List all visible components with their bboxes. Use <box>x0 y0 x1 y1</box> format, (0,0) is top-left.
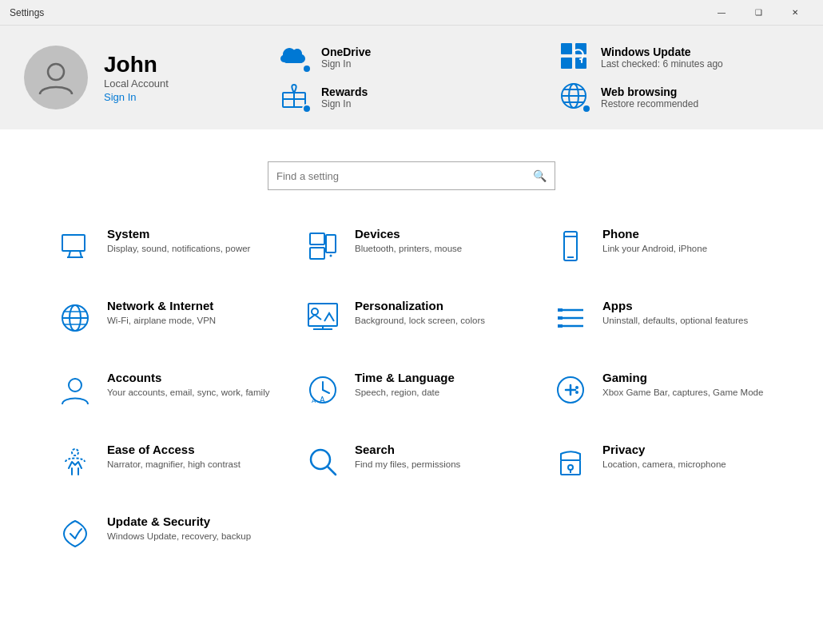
account-type: Local Account <box>104 78 169 89</box>
web-browsing-info: Web browsing Restore recommended <box>601 85 698 109</box>
search-setting-desc: Find my files, permissions <box>355 458 460 471</box>
setting-item-time-language[interactable]: A A Time & Language Speech, region, date <box>296 358 527 422</box>
setting-item-personalization[interactable]: Personalization Background, lock screen,… <box>296 286 527 350</box>
setting-item-phone[interactable]: Phone Link your Android, iPhone <box>543 214 775 278</box>
windows-update-name: Windows Update <box>601 46 723 58</box>
main-content: 🔍 System Display, sound, notifications, … <box>0 129 823 644</box>
windows-update-icon-wrap <box>559 42 591 74</box>
search-input[interactable] <box>276 170 533 182</box>
accounts-text: Accounts Your accounts, email, sync, wor… <box>107 371 269 399</box>
svg-point-44 <box>575 386 578 389</box>
window-controls: — ❑ ✕ <box>703 0 813 26</box>
phone-text: Phone Link your Android, iPhone <box>602 227 707 255</box>
svg-point-37 <box>69 379 82 392</box>
user-name: John <box>104 52 169 78</box>
minimize-button[interactable]: — <box>703 0 740 26</box>
system-text: System Display, sound, notifications, po… <box>107 227 250 255</box>
svg-text:A: A <box>312 397 316 404</box>
rewards-icon-wrap <box>280 81 312 113</box>
network-icon <box>56 299 94 337</box>
header-area: John Local Account Sign In OneDrive Sign… <box>0 26 823 129</box>
svg-line-40 <box>323 390 329 393</box>
svg-rect-11 <box>62 235 85 251</box>
rewards-status-dot <box>302 104 312 113</box>
setting-item-update-security[interactable]: Update & Security Windows Update, recove… <box>48 502 280 566</box>
network-desc: Wi-Fi, airplane mode, VPN <box>107 314 216 327</box>
search-setting-title: Search <box>355 443 460 456</box>
accounts-title: Accounts <box>107 371 269 384</box>
apps-title: Apps <box>602 299 748 312</box>
setting-item-network[interactable]: Network & Internet Wi-Fi, airplane mode,… <box>48 286 280 350</box>
setting-item-system[interactable]: System Display, sound, notifications, po… <box>48 214 280 278</box>
setting-item-accounts[interactable]: Accounts Your accounts, email, sync, wor… <box>48 358 280 422</box>
accounts-icon <box>56 371 94 409</box>
onedrive-info: OneDrive Sign In <box>321 46 371 70</box>
setting-item-gaming[interactable]: Gaming Xbox Game Bar, captures, Game Mod… <box>543 358 775 422</box>
service-web-browsing[interactable]: Web browsing Restore recommended <box>559 81 799 113</box>
rewards-sub: Sign In <box>321 98 368 109</box>
accounts-desc: Your accounts, email, sync, work, family <box>107 386 269 399</box>
service-rewards[interactable]: Rewards Sign In <box>280 81 519 113</box>
onedrive-status-dot <box>302 64 312 74</box>
update-security-desc: Windows Update, recovery, backup <box>107 530 251 543</box>
svg-point-45 <box>575 391 578 394</box>
svg-rect-16 <box>326 235 336 252</box>
service-onedrive[interactable]: OneDrive Sign In <box>280 42 519 74</box>
phone-icon <box>551 227 590 265</box>
update-security-title: Update & Security <box>107 515 251 528</box>
windows-update-sub: Last checked: 6 minutes ago <box>601 58 723 70</box>
maximize-button[interactable]: ❑ <box>740 0 777 26</box>
sign-in-link[interactable]: Sign In <box>104 91 136 103</box>
privacy-text: Privacy Location, camera, microphone <box>602 443 726 471</box>
app-title: Settings <box>10 7 703 18</box>
search-bar-wrap: 🔍 <box>48 161 775 190</box>
web-browsing-name: Web browsing <box>601 85 698 98</box>
gaming-icon <box>551 371 590 409</box>
gaming-title: Gaming <box>602 371 763 384</box>
search-setting-text: Search Find my files, permissions <box>355 443 460 471</box>
rewards-info: Rewards Sign In <box>321 85 368 109</box>
setting-item-devices[interactable]: Devices Bluetooth, printers, mouse <box>296 214 527 278</box>
gaming-text: Gaming Xbox Game Bar, captures, Game Mod… <box>602 371 763 399</box>
devices-text: Devices Bluetooth, printers, mouse <box>355 227 462 255</box>
apps-icon <box>551 299 590 337</box>
personalization-icon <box>304 299 342 337</box>
svg-point-50 <box>568 465 573 470</box>
devices-desc: Bluetooth, printers, mouse <box>355 242 462 255</box>
update-security-icon <box>56 515 94 553</box>
svg-line-48 <box>328 467 336 475</box>
onedrive-sub: Sign In <box>321 58 371 70</box>
system-icon <box>56 227 94 265</box>
apps-text: Apps Uninstall, defaults, optional featu… <box>602 299 748 327</box>
time-language-text: Time & Language Speech, region, date <box>355 371 455 399</box>
svg-rect-2 <box>575 43 586 54</box>
time-language-title: Time & Language <box>355 371 455 384</box>
svg-rect-1 <box>561 43 572 54</box>
web-browsing-sub: Restore recommended <box>601 98 698 109</box>
rewards-name: Rewards <box>321 85 368 98</box>
onedrive-icon-wrap <box>280 42 312 74</box>
setting-item-search[interactable]: Search Find my files, permissions <box>296 430 527 494</box>
service-windows-update[interactable]: Windows Update Last checked: 6 minutes a… <box>559 42 799 74</box>
search-bar[interactable]: 🔍 <box>268 161 555 190</box>
ease-of-access-title: Ease of Access <box>107 443 241 456</box>
time-language-desc: Speech, region, date <box>355 386 455 399</box>
setting-item-apps[interactable]: Apps Uninstall, defaults, optional featu… <box>543 286 775 350</box>
personalization-title: Personalization <box>355 299 485 312</box>
setting-item-ease-of-access[interactable]: Ease of Access Narrator, magnifier, high… <box>48 430 280 494</box>
personalization-text: Personalization Background, lock screen,… <box>355 299 485 327</box>
close-button[interactable]: ✕ <box>777 0 813 26</box>
setting-item-privacy[interactable]: Privacy Location, camera, microphone <box>543 430 775 494</box>
svg-point-46 <box>72 449 78 455</box>
ease-of-access-icon <box>56 443 94 481</box>
apps-desc: Uninstall, defaults, optional features <box>602 314 748 327</box>
services-grid: OneDrive Sign In Windows Update Last che… <box>280 42 799 113</box>
devices-icon <box>304 227 342 265</box>
profile-info: John Local Account Sign In <box>104 52 169 104</box>
svg-line-13 <box>80 251 82 257</box>
web-browsing-status-dot <box>582 104 591 113</box>
svg-text:A: A <box>320 396 325 404</box>
time-language-icon: A A <box>304 371 342 409</box>
network-title: Network & Internet <box>107 299 216 312</box>
phone-desc: Link your Android, iPhone <box>602 242 707 255</box>
